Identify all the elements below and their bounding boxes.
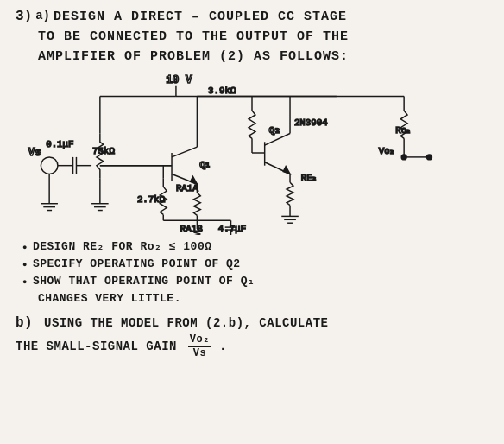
frac-denominator: Vs xyxy=(192,347,208,359)
bullet-dot-3: ● xyxy=(22,277,28,289)
part-a-line2: TO BE CONNECTED TO THE OUTPUT OF THE xyxy=(16,29,488,46)
bullet-list: ● DESIGN RE₂ FOR Ro₂ ≤ 100Ω ● SPECIFY OP… xyxy=(16,238,488,308)
svg-point-2 xyxy=(41,157,58,174)
part-b-line2: THE SMALL-SIGNAL GAIN Vo₂ Vs . xyxy=(16,339,227,353)
q2-label: Q₂ xyxy=(269,124,280,136)
problem-header: 3) a) DESIGN A DIRECT – COUPLED CC STAGE xyxy=(16,9,488,28)
part-a-line1: DESIGN A DIRECT – COUPLED CC STAGE xyxy=(54,9,347,26)
r75k-label: 75kΩ xyxy=(92,146,115,156)
bullet-dot-1: ● xyxy=(22,243,28,255)
bullet-item-2: ● SPECIFY OPERATING POINT OF Q2 xyxy=(22,256,488,273)
part-b-label: b) xyxy=(16,315,33,331)
re2-label: RE₂ xyxy=(301,173,316,183)
vs-label: Vs xyxy=(28,146,41,159)
cap2-label: 4.7μF xyxy=(218,224,246,234)
svg-line-15 xyxy=(172,147,197,157)
gain-fraction: Vo₂ Vs xyxy=(188,333,211,359)
part-b-text: USING THE MODEL FROM (2.b), CALCULATE xyxy=(44,316,328,330)
bullet-dot-2: ● xyxy=(22,260,28,272)
circuit-svg: 10 V Vs 0.1μF 75kΩ xyxy=(16,71,488,235)
part-b-section: b) USING THE MODEL FROM (2.b), CALCULATE… xyxy=(16,313,488,359)
ra1a-label: RA1A xyxy=(176,183,198,193)
bullet-text-3b: CHANGES VERY LITTLE. xyxy=(33,290,255,308)
q1-label: Q₁ xyxy=(199,158,210,170)
svg-marker-27 xyxy=(283,166,290,174)
bullet-text-1: DESIGN RE₂ FOR Ro₂ ≤ 100Ω xyxy=(33,238,212,256)
problem-number: 3) xyxy=(16,9,32,24)
ra1b-label: RA1B xyxy=(180,224,203,234)
page: 3) a) DESIGN A DIRECT – COUPLED CC STAGE… xyxy=(0,0,504,444)
svg-point-34 xyxy=(427,155,432,160)
cap-label: 0.1μF xyxy=(46,139,73,149)
bullet-item-1: ● DESIGN RE₂ FOR Ro₂ ≤ 100Ω xyxy=(22,238,488,256)
voltage-label: 10 V xyxy=(166,73,192,86)
part-a-label: a) xyxy=(35,9,50,22)
bullet-text-3: SHOW THAT OPERATING POINT OF Q₁ xyxy=(33,273,255,290)
circuit-diagram: 10 V Vs 0.1μF 75kΩ xyxy=(16,71,488,235)
bullet-item-3: ● SHOW THAT OPERATING POINT OF Q₁ CHANGE… xyxy=(22,273,488,308)
bjt-model-label: 2N3904 xyxy=(294,117,328,127)
r39k-label: 3.9kΩ xyxy=(208,85,236,95)
frac-numerator: Vo₂ xyxy=(188,333,211,346)
bullet-text-3-container: SHOW THAT OPERATING POINT OF Q₁ CHANGES … xyxy=(33,273,255,308)
part-a-line3: AMPLIFIER OF PROBLEM (2) AS FOLLOWS: xyxy=(16,48,488,66)
vo2-label: Vo₂ xyxy=(379,146,394,156)
bullet-text-2: SPECIFY OPERATING POINT OF Q2 xyxy=(33,256,241,273)
